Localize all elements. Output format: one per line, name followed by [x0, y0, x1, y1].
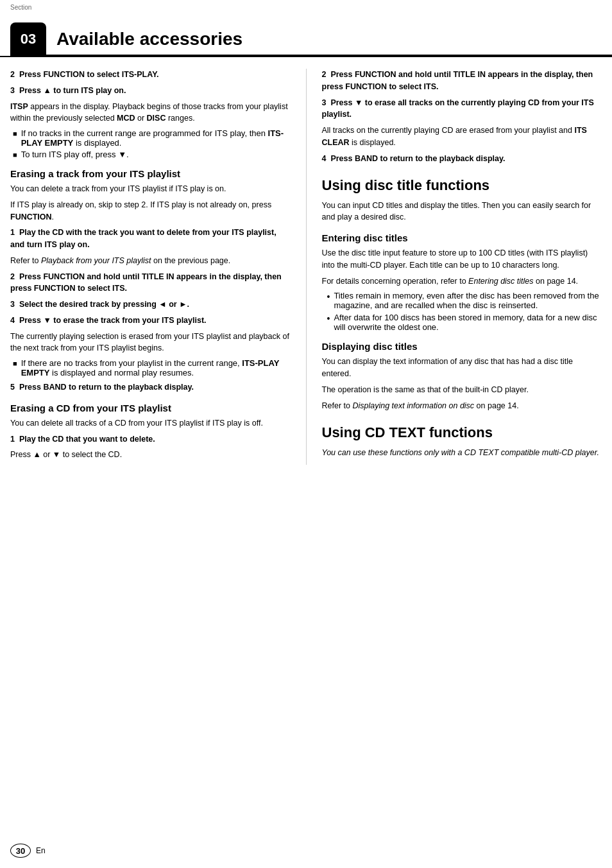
step4-bullet1-et: ■ If there are no tracks from your playl…	[10, 358, 291, 378]
cd-step2-label: Press FUNCTION and hold until TITLE IN a…	[322, 70, 593, 91]
footer: 30 En	[10, 844, 46, 858]
language-label: En	[36, 846, 46, 855]
step3-number: 3	[10, 86, 15, 95]
erase-track-step1: 1 Play the CD with the track you want to…	[10, 227, 291, 266]
using-disc-title-heading: Using disc title functions	[322, 177, 602, 194]
cd-step3-label: Press ▼ to erase all tracks on the curre…	[322, 98, 594, 119]
entering-disc-para1: Use the disc title input feature to stor…	[322, 247, 602, 272]
cd-step4-label: Press BAND to return to the playback dis…	[330, 154, 505, 163]
cd-step3-para: All tracks on the currently playing CD a…	[322, 125, 602, 149]
step4-para-et: The currently playing selection is erase…	[10, 331, 291, 355]
using-cd-text-heading: Using CD TEXT functions	[322, 424, 602, 441]
step3-bullet2: ■ To turn ITS play off, press ▼.	[10, 150, 291, 159]
erase-cd-step1: 1 Play the CD that you want to delete. P…	[10, 433, 291, 462]
right-column: 2 Press FUNCTION and hold until TITLE IN…	[307, 69, 602, 465]
entering-disc-bullet1: • Titles remain in memory, even after th…	[327, 291, 602, 310]
erase-track-step2: 2 Press FUNCTION and hold until TITLE IN…	[10, 271, 291, 295]
page: Section 03 Available accessories 2 Press…	[0, 0, 612, 868]
step3-label: Press ▲ to turn ITS play on.	[19, 86, 126, 95]
erase-track-step4: 4 Press ▼ to erase the track from your I…	[10, 315, 291, 378]
intro-step3: 3 Press ▲ to turn ITS play on. ITSP appe…	[10, 85, 291, 159]
page-title: Available accessories	[46, 11, 612, 56]
step1-num: 1	[10, 228, 15, 237]
step3-label-et: Select the desired track by pressing ◄ o…	[19, 300, 189, 309]
step2-number: 2	[10, 70, 15, 79]
erase-track-step3: 3 Select the desired track by pressing ◄…	[10, 299, 291, 311]
section-label: Section	[0, 0, 612, 11]
step3-num-et: 3	[10, 300, 15, 309]
erase-cd-para1: You can delete all tracks of a CD from y…	[10, 417, 291, 430]
displaying-disc-para1: You can display the text information of …	[322, 356, 602, 380]
cd-step3-num: 3	[322, 98, 327, 107]
erase-track-heading: Erasing a track from your ITS playlist	[10, 168, 291, 179]
step1-para: Refer to Playback from your ITS playlist…	[10, 255, 291, 267]
entering-disc-para2: For details concerning operation, refer …	[322, 275, 602, 288]
displaying-disc-heading: Displaying disc titles	[322, 341, 602, 352]
step5-num-et: 5	[10, 383, 15, 392]
displaying-disc-para2: The operation is the same as that of the…	[322, 384, 602, 396]
erase-cd-heading: Erasing a CD from your ITS playlist	[10, 403, 291, 413]
step2-num-et: 2	[10, 272, 15, 281]
cd-step4-num: 4	[322, 154, 327, 163]
erase-track-para1: You can delete a track from your ITS pla…	[10, 183, 291, 195]
step3-para1: ITSP appears in the display. Playback be…	[10, 101, 291, 125]
using-disc-title-para: You can input CD titles and display the …	[322, 200, 602, 224]
page-number: 30	[10, 844, 31, 858]
section-number: 03	[10, 22, 46, 56]
step2-text: Press FUNCTION to select ITS-PLAY.	[19, 70, 159, 79]
intro-step2: 2 Press FUNCTION to select ITS-PLAY.	[10, 69, 291, 81]
erase-cd-step4: 4 Press BAND to return to the playback d…	[322, 153, 602, 165]
erase-track-step5: 5 Press BAND to return to the playback d…	[10, 381, 291, 394]
entering-disc-heading: Entering disc titles	[322, 232, 602, 243]
cd-step2-num: 2	[322, 70, 327, 79]
cd-step1-label: Play the CD that you want to delete.	[19, 435, 155, 444]
displaying-disc-para3: Refer to Displaying text information on …	[322, 400, 602, 412]
erase-track-para2: If ITS play is already on, skip to step …	[10, 199, 291, 223]
step1-label: Play the CD with the track you want to d…	[10, 228, 276, 249]
entering-disc-bullet2: • After data for 100 discs has been stor…	[327, 313, 602, 332]
left-column: 2 Press FUNCTION to select ITS-PLAY. 3 P…	[10, 69, 307, 465]
cd-step1-num: 1	[10, 435, 15, 444]
using-cd-text-para: You can use these functions only with a …	[322, 447, 602, 459]
step3-bullet1: ■ If no tracks in the current range are …	[10, 128, 291, 148]
cd-step1-para: Press ▲ or ▼ to select the CD.	[10, 449, 291, 461]
step4-num-et: 4	[10, 316, 15, 325]
step4-label-et: Press ▼ to erase the track from your ITS…	[19, 316, 207, 325]
step5-label-et: Press BAND to return to the playback dis…	[19, 383, 194, 392]
erase-cd-step3: 3 Press ▼ to erase all tracks on the cur…	[322, 97, 602, 149]
erase-cd-step2: 2 Press FUNCTION and hold until TITLE IN…	[322, 69, 602, 93]
step2-label-et: Press FUNCTION and hold until TITLE IN a…	[10, 272, 282, 293]
